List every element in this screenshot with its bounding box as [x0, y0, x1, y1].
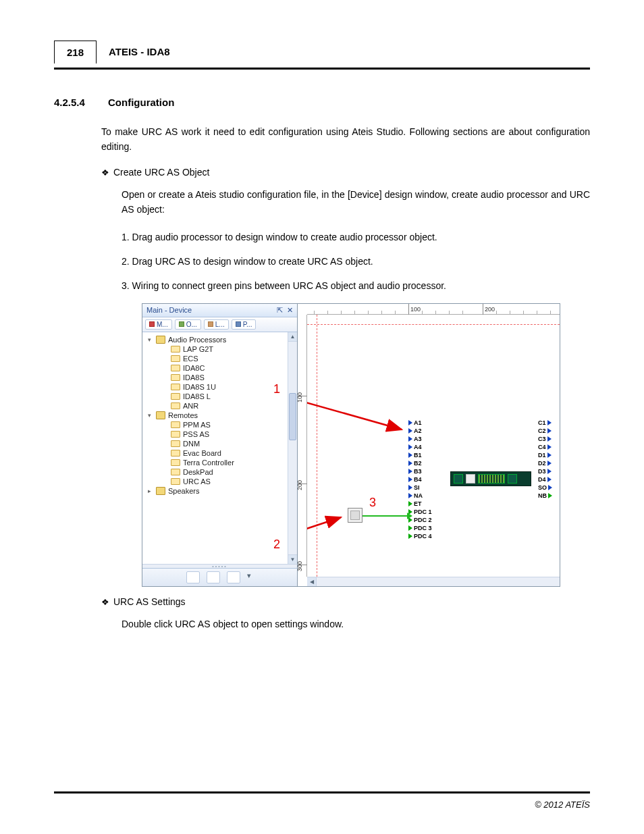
step-2: 2. Drag URC AS to design window to creat… — [122, 254, 590, 269]
step-3: 3. Wiring to connect green pins between … — [122, 278, 590, 293]
toolbar-btn-1[interactable] — [186, 571, 200, 583]
pin-icon[interactable]: ⇱ — [277, 306, 283, 315]
scroll-thumb[interactable] — [289, 393, 296, 440]
device-icon — [171, 469, 180, 475]
footer-divider — [54, 791, 590, 793]
device-icon — [171, 384, 180, 390]
annotation-1: 1 — [273, 382, 280, 396]
annotation-3: 3 — [369, 496, 376, 510]
bullet-icon: ❖ — [101, 167, 109, 178]
device-icon — [171, 440, 180, 447]
device-chip-graphic — [450, 471, 531, 486]
intro-text: To make URC AS work it need to edit conf… — [101, 124, 590, 155]
device-icon — [171, 402, 180, 409]
scroll-up-icon[interactable]: ▲ — [288, 332, 297, 342]
device-icon — [171, 459, 180, 466]
tree-scrollbar[interactable]: ▲ ▼ — [288, 332, 297, 564]
svg-line-2 — [307, 517, 341, 544]
tab-o[interactable]: O... — [175, 319, 201, 330]
bullet-title: URC AS Settings — [113, 596, 186, 607]
step-1: 1. Drag audio processor to design window… — [122, 230, 590, 244]
audio-processor-object[interactable]: A1 A2 A3 A4 B1 B2 B3 B4 SI NA ET PDC 1 P… — [408, 419, 557, 533]
device-icon — [171, 346, 180, 353]
page-number: 218 — [54, 41, 97, 63]
scroll-left-icon[interactable]: ◀ — [307, 577, 317, 586]
header-divider — [54, 68, 590, 70]
folder-icon — [156, 487, 165, 495]
ruler-horizontal: 100 200 — [307, 304, 560, 315]
section-number: 4.2.5.4 — [54, 97, 95, 108]
wire-arrow-icon — [407, 513, 412, 519]
device-icon — [171, 450, 180, 457]
tab-l[interactable]: L... — [204, 319, 229, 330]
svg-line-1 — [307, 386, 402, 429]
design-canvas[interactable]: 100 200 100 200 300 A1 A2 A3 A4 B1 B2 — [298, 304, 560, 586]
annotation-2: 2 — [273, 538, 280, 552]
page-title: ATEIS - IDA8 — [97, 41, 590, 63]
bullet-lead: Open or create a Ateis studio configurat… — [122, 187, 590, 217]
device-icon — [171, 421, 180, 428]
footer-copyright: © 2012 ATEÏS — [535, 800, 590, 810]
wire-connection — [363, 515, 408, 517]
device-icon — [171, 478, 180, 485]
section-title: Configuration — [108, 97, 174, 108]
panel-title-text: Main - Device — [146, 306, 192, 314]
tab-m[interactable]: M... — [145, 319, 172, 330]
canvas-h-scrollbar[interactable]: ◀ — [307, 577, 560, 586]
device-tree[interactable]: ▾Audio Processors LAP G2T ECS IDA8C IDA8… — [142, 332, 297, 564]
toolbar-dropdown-icon[interactable]: ▾ — [247, 571, 254, 583]
device-icon — [171, 374, 180, 381]
ruler-vertical: 100 200 300 — [298, 315, 307, 577]
toolbar-btn-2[interactable] — [207, 571, 220, 583]
panel-toolbar: ▾ — [142, 568, 297, 586]
bullet-title: Create URC AS Object — [113, 167, 209, 178]
screenshot-figure: Main - Device ⇱ ✕ M... O... L... P... ▾A… — [142, 303, 560, 587]
close-icon[interactable]: ✕ — [287, 306, 293, 315]
folder-icon — [156, 336, 165, 344]
folder-icon — [156, 411, 165, 419]
urc-as-object[interactable] — [348, 508, 363, 523]
device-icon — [171, 393, 180, 400]
bullet-lead: Double click URC AS object to open setti… — [122, 617, 590, 631]
device-icon — [171, 355, 180, 362]
device-icon — [171, 365, 180, 371]
toolbar-btn-3[interactable] — [227, 571, 240, 583]
tab-strip: M... O... L... P... — [142, 317, 297, 332]
device-icon — [171, 431, 180, 438]
bullet-icon: ❖ — [101, 597, 109, 607]
tab-p[interactable]: P... — [232, 319, 257, 330]
